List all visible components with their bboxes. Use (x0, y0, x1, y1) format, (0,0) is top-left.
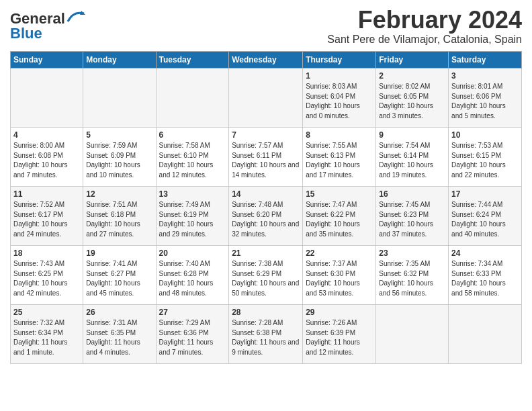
day-number: 20 (159, 248, 226, 259)
calendar-cell: 2Sunrise: 8:02 AMSunset: 6:05 PMDaylight… (376, 68, 449, 127)
logo: General Blue (10, 10, 85, 42)
day-info: Sunrise: 7:47 AMSunset: 6:22 PMDaylight:… (306, 200, 373, 239)
calendar-cell: 11Sunrise: 7:52 AMSunset: 6:17 PMDayligh… (11, 186, 83, 245)
day-info: Sunrise: 7:40 AMSunset: 6:28 PMDaylight:… (159, 259, 226, 298)
day-info: Sunrise: 7:48 AMSunset: 6:20 PMDaylight:… (232, 200, 300, 239)
month-title: February 2024 (327, 7, 522, 34)
header-thursday: Thursday (303, 51, 376, 68)
day-number: 21 (232, 248, 300, 259)
day-number: 10 (451, 130, 519, 141)
day-number: 5 (86, 130, 152, 141)
calendar-cell: 14Sunrise: 7:48 AMSunset: 6:20 PMDayligh… (229, 186, 303, 245)
calendar-cell: 29Sunrise: 7:26 AMSunset: 6:39 PMDayligh… (303, 304, 376, 363)
day-info: Sunrise: 7:45 AMSunset: 6:23 PMDaylight:… (379, 200, 445, 239)
calendar-cell (83, 68, 156, 127)
day-number: 29 (306, 307, 373, 318)
day-info: Sunrise: 7:26 AMSunset: 6:39 PMDaylight:… (306, 318, 373, 357)
day-number: 14 (232, 189, 300, 200)
calendar-cell: 25Sunrise: 7:32 AMSunset: 6:34 PMDayligh… (11, 304, 83, 363)
calendar-cell: 4Sunrise: 8:00 AMSunset: 6:08 PMDaylight… (11, 127, 83, 186)
calendar-cell: 12Sunrise: 7:51 AMSunset: 6:18 PMDayligh… (83, 186, 156, 245)
calendar-cell: 8Sunrise: 7:55 AMSunset: 6:13 PMDaylight… (303, 127, 376, 186)
svg-marker-0 (80, 11, 85, 15)
header-friday: Friday (376, 51, 449, 68)
calendar-week-3: 11Sunrise: 7:52 AMSunset: 6:17 PMDayligh… (11, 186, 522, 245)
calendar-cell: 28Sunrise: 7:28 AMSunset: 6:38 PMDayligh… (229, 304, 303, 363)
calendar-cell: 15Sunrise: 7:47 AMSunset: 6:22 PMDayligh… (303, 186, 376, 245)
day-number: 2 (379, 71, 445, 82)
logo-blue: Blue (10, 25, 42, 42)
day-info: Sunrise: 7:32 AMSunset: 6:34 PMDaylight:… (13, 318, 80, 357)
day-info: Sunrise: 7:58 AMSunset: 6:10 PMDaylight:… (159, 141, 226, 180)
day-number: 11 (13, 189, 80, 200)
day-info: Sunrise: 8:03 AMSunset: 6:04 PMDaylight:… (306, 82, 373, 121)
calendar-table: SundayMondayTuesdayWednesdayThursdayFrid… (10, 51, 522, 364)
calendar-week-2: 4Sunrise: 8:00 AMSunset: 6:08 PMDaylight… (11, 127, 522, 186)
header-monday: Monday (83, 51, 156, 68)
calendar-cell: 23Sunrise: 7:35 AMSunset: 6:32 PMDayligh… (376, 245, 449, 304)
calendar-cell: 7Sunrise: 7:57 AMSunset: 6:11 PMDaylight… (229, 127, 303, 186)
calendar-cell: 13Sunrise: 7:49 AMSunset: 6:19 PMDayligh… (156, 186, 229, 245)
day-number: 8 (306, 130, 373, 141)
day-info: Sunrise: 7:28 AMSunset: 6:38 PMDaylight:… (232, 318, 300, 357)
day-info: Sunrise: 7:44 AMSunset: 6:24 PMDaylight:… (451, 200, 519, 239)
calendar-cell: 20Sunrise: 7:40 AMSunset: 6:28 PMDayligh… (156, 245, 229, 304)
day-info: Sunrise: 7:38 AMSunset: 6:29 PMDaylight:… (232, 259, 300, 298)
day-info: Sunrise: 7:54 AMSunset: 6:14 PMDaylight:… (379, 141, 445, 180)
day-info: Sunrise: 8:02 AMSunset: 6:05 PMDaylight:… (379, 82, 445, 121)
day-info: Sunrise: 7:43 AMSunset: 6:25 PMDaylight:… (13, 259, 80, 298)
day-number: 18 (13, 248, 80, 259)
calendar-cell: 22Sunrise: 7:37 AMSunset: 6:30 PMDayligh… (303, 245, 376, 304)
day-number: 12 (86, 189, 152, 200)
day-number: 9 (379, 130, 445, 141)
day-number: 25 (13, 307, 80, 318)
day-info: Sunrise: 7:34 AMSunset: 6:33 PMDaylight:… (451, 259, 519, 298)
day-info: Sunrise: 7:41 AMSunset: 6:27 PMDaylight:… (86, 259, 152, 298)
day-number: 4 (13, 130, 80, 141)
day-number: 15 (306, 189, 373, 200)
day-info: Sunrise: 7:29 AMSunset: 6:36 PMDaylight:… (159, 318, 226, 357)
day-info: Sunrise: 7:59 AMSunset: 6:09 PMDaylight:… (86, 141, 152, 180)
calendar-week-1: 1Sunrise: 8:03 AMSunset: 6:04 PMDaylight… (11, 68, 522, 127)
calendar-cell: 27Sunrise: 7:29 AMSunset: 6:36 PMDayligh… (156, 304, 229, 363)
day-number: 17 (451, 189, 519, 200)
location-title: Sant Pere de Vilamajor, Catalonia, Spain (327, 34, 522, 46)
header-tuesday: Tuesday (156, 51, 229, 68)
day-info: Sunrise: 8:01 AMSunset: 6:06 PMDaylight:… (451, 82, 519, 121)
calendar-cell: 18Sunrise: 7:43 AMSunset: 6:25 PMDayligh… (11, 245, 83, 304)
calendar-cell (376, 304, 449, 363)
header-sunday: Sunday (11, 51, 83, 68)
day-number: 16 (379, 189, 445, 200)
calendar-cell: 19Sunrise: 7:41 AMSunset: 6:27 PMDayligh… (83, 245, 156, 304)
calendar-body: 1Sunrise: 8:03 AMSunset: 6:04 PMDaylight… (11, 68, 522, 363)
calendar-cell: 17Sunrise: 7:44 AMSunset: 6:24 PMDayligh… (449, 186, 522, 245)
header: General Blue February 2024 Sant Pere de … (10, 7, 522, 46)
calendar-cell: 6Sunrise: 7:58 AMSunset: 6:10 PMDaylight… (156, 127, 229, 186)
calendar-cell (11, 68, 83, 127)
calendar-week-4: 18Sunrise: 7:43 AMSunset: 6:25 PMDayligh… (11, 245, 522, 304)
day-info: Sunrise: 7:52 AMSunset: 6:17 PMDaylight:… (13, 200, 80, 239)
day-info: Sunrise: 7:51 AMSunset: 6:18 PMDaylight:… (86, 200, 152, 239)
logo-icon (66, 9, 85, 23)
calendar-cell: 10Sunrise: 7:53 AMSunset: 6:15 PMDayligh… (449, 127, 522, 186)
day-number: 7 (232, 130, 300, 141)
day-number: 23 (379, 248, 445, 259)
calendar-cell (156, 68, 229, 127)
calendar-header-row: SundayMondayTuesdayWednesdayThursdayFrid… (11, 51, 522, 68)
day-number: 22 (306, 248, 373, 259)
calendar-cell: 16Sunrise: 7:45 AMSunset: 6:23 PMDayligh… (376, 186, 449, 245)
day-number: 1 (306, 71, 373, 82)
day-number: 26 (86, 307, 152, 318)
day-info: Sunrise: 7:35 AMSunset: 6:32 PMDaylight:… (379, 259, 445, 298)
day-info: Sunrise: 8:00 AMSunset: 6:08 PMDaylight:… (13, 141, 80, 180)
day-info: Sunrise: 7:53 AMSunset: 6:15 PMDaylight:… (451, 141, 519, 180)
day-number: 19 (86, 248, 152, 259)
calendar-cell: 26Sunrise: 7:31 AMSunset: 6:35 PMDayligh… (83, 304, 156, 363)
day-info: Sunrise: 7:55 AMSunset: 6:13 PMDaylight:… (306, 141, 373, 180)
day-number: 24 (451, 248, 519, 259)
day-info: Sunrise: 7:49 AMSunset: 6:19 PMDaylight:… (159, 200, 226, 239)
title-section: February 2024 Sant Pere de Vilamajor, Ca… (327, 7, 522, 46)
calendar-cell: 1Sunrise: 8:03 AMSunset: 6:04 PMDaylight… (303, 68, 376, 127)
day-number: 6 (159, 130, 226, 141)
calendar-cell: 9Sunrise: 7:54 AMSunset: 6:14 PMDaylight… (376, 127, 449, 186)
